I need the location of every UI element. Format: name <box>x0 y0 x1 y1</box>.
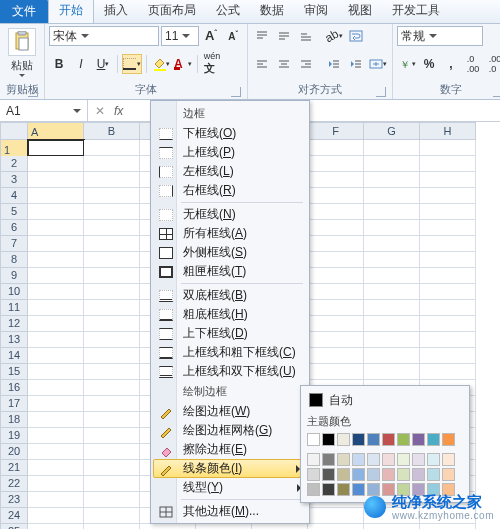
cell[interactable] <box>420 348 476 364</box>
cell[interactable] <box>28 524 84 529</box>
cell[interactable] <box>140 524 196 529</box>
cell[interactable] <box>84 140 140 156</box>
cell[interactable] <box>308 332 364 348</box>
menu-item-more[interactable]: 其他边框(M)... <box>153 502 307 521</box>
file-tab[interactable]: 文件 <box>0 0 48 23</box>
wrap-text-button[interactable] <box>346 26 366 46</box>
color-swatch[interactable] <box>382 453 395 466</box>
cell[interactable] <box>84 284 140 300</box>
cell[interactable] <box>28 236 84 252</box>
merge-center-button[interactable]: ▾ <box>368 54 388 74</box>
menu-item-left[interactable]: 左框线(L) <box>153 162 307 181</box>
color-swatch[interactable] <box>397 453 410 466</box>
cell[interactable] <box>308 172 364 188</box>
cell[interactable] <box>308 188 364 204</box>
row-header[interactable]: 21 <box>0 460 28 476</box>
cell[interactable] <box>308 508 364 524</box>
shrink-font-button[interactable]: Aˇ <box>223 26 243 46</box>
color-swatch[interactable] <box>337 453 350 466</box>
cell[interactable] <box>84 524 140 529</box>
dialog-launcher-icon[interactable] <box>231 87 241 97</box>
row-header[interactable]: 17 <box>0 396 28 412</box>
color-swatch[interactable] <box>427 433 440 446</box>
cell[interactable] <box>364 364 420 380</box>
row-header[interactable]: 8 <box>0 252 28 268</box>
menu-item-linecolor[interactable]: 线条颜色(I) <box>153 459 307 478</box>
cell[interactable] <box>28 396 84 412</box>
tab-developer[interactable]: 开发工具 <box>382 0 450 23</box>
menu-item-outer[interactable]: 外侧框线(S) <box>153 243 307 262</box>
cell[interactable] <box>420 204 476 220</box>
color-swatch[interactable] <box>337 483 350 496</box>
cell[interactable] <box>84 220 140 236</box>
cell[interactable] <box>84 172 140 188</box>
menu-item-all[interactable]: 所有框线(A) <box>153 224 307 243</box>
cell[interactable] <box>308 316 364 332</box>
align-middle-button[interactable] <box>274 26 294 46</box>
cell[interactable] <box>364 236 420 252</box>
dialog-launcher-icon[interactable] <box>376 87 386 97</box>
color-swatch[interactable] <box>307 483 320 496</box>
align-center-button[interactable] <box>274 54 294 74</box>
menu-item-drawgrid[interactable]: 绘图边框网格(G) <box>153 421 307 440</box>
cell[interactable] <box>84 412 140 428</box>
cell[interactable] <box>364 524 420 529</box>
color-swatch[interactable] <box>442 468 455 481</box>
row-header[interactable]: 5 <box>0 204 28 220</box>
color-swatch[interactable] <box>322 433 335 446</box>
select-all-corner[interactable] <box>0 122 28 140</box>
menu-item-linestyle[interactable]: 线型(Y) <box>153 478 307 497</box>
cell[interactable] <box>28 428 84 444</box>
font-color-button[interactable]: A▾ <box>173 54 193 74</box>
fx-icon[interactable]: fx <box>114 104 123 118</box>
cell[interactable] <box>420 140 476 156</box>
color-swatch[interactable] <box>322 483 335 496</box>
cell[interactable] <box>420 284 476 300</box>
paste-button[interactable]: 粘贴 <box>4 26 40 77</box>
menu-item-tbth[interactable]: 上框线和粗下框线(C) <box>153 343 307 362</box>
row-header[interactable]: 12 <box>0 316 28 332</box>
tab-view[interactable]: 视图 <box>338 0 382 23</box>
cell[interactable] <box>28 140 84 156</box>
color-swatch[interactable] <box>397 468 410 481</box>
tab-data[interactable]: 数据 <box>250 0 294 23</box>
menu-item-dbb[interactable]: 双底框线(B) <box>153 286 307 305</box>
menu-item-tb[interactable]: 上下框线(D) <box>153 324 307 343</box>
cell[interactable] <box>28 204 84 220</box>
cell[interactable] <box>84 316 140 332</box>
menu-item-tbb[interactable]: 粗底框线(H) <box>153 305 307 324</box>
cell[interactable] <box>28 412 84 428</box>
cell[interactable] <box>308 348 364 364</box>
cell[interactable] <box>364 300 420 316</box>
cell[interactable] <box>308 236 364 252</box>
cell[interactable] <box>364 316 420 332</box>
row-header[interactable]: 4 <box>0 188 28 204</box>
color-swatch[interactable] <box>307 468 320 481</box>
cell[interactable] <box>308 524 364 529</box>
color-swatch[interactable] <box>367 468 380 481</box>
number-format-select[interactable]: 常规 <box>397 26 483 46</box>
fill-color-button[interactable]: ▾ <box>151 54 171 74</box>
row-header[interactable]: 23 <box>0 492 28 508</box>
percent-button[interactable]: % <box>419 54 439 74</box>
menu-item-bottom[interactable]: 下框线(O) <box>153 124 307 143</box>
color-swatch[interactable] <box>352 468 365 481</box>
cell[interactable] <box>420 156 476 172</box>
align-top-button[interactable] <box>252 26 272 46</box>
cell[interactable] <box>84 156 140 172</box>
color-swatch[interactable] <box>367 433 380 446</box>
cell[interactable] <box>28 364 84 380</box>
menu-item-tbdb[interactable]: 上框线和双下框线(U) <box>153 362 307 381</box>
row-header[interactable]: 2 <box>0 156 28 172</box>
cell[interactable] <box>196 524 252 529</box>
indent-increase-button[interactable] <box>346 54 366 74</box>
cell[interactable] <box>364 172 420 188</box>
cell[interactable] <box>308 252 364 268</box>
borders-button[interactable]: ▾ <box>122 54 142 74</box>
row-header[interactable]: 25 <box>0 524 28 529</box>
cell[interactable] <box>28 460 84 476</box>
cell[interactable] <box>420 268 476 284</box>
cell[interactable] <box>28 316 84 332</box>
cell[interactable] <box>28 444 84 460</box>
menu-item-right[interactable]: 右框线(R) <box>153 181 307 200</box>
